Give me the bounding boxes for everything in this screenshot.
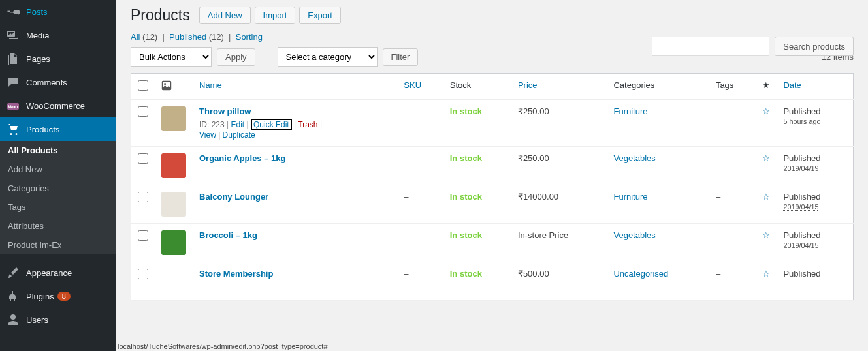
price-cell: ₹14000.00: [511, 185, 607, 224]
tags-cell: –: [709, 147, 756, 185]
sidebar-item-label: Users: [26, 315, 48, 325]
featured-star-icon[interactable]: ☆: [762, 192, 770, 202]
featured-star-icon[interactable]: ☆: [762, 106, 770, 116]
name-column[interactable]: Name: [193, 74, 397, 100]
product-thumbnail[interactable]: [161, 269, 186, 294]
category-link[interactable]: Furniture: [613, 192, 647, 202]
row-checkbox[interactable]: [138, 192, 148, 202]
user-icon: [7, 313, 20, 326]
row-checkbox[interactable]: [138, 153, 148, 164]
price-column[interactable]: Price: [511, 74, 607, 100]
status-bar-url: localhost/TucheSoftwares/wp-admin/edit.p…: [116, 342, 329, 351]
sku-column[interactable]: SKU: [397, 74, 443, 100]
filter-all[interactable]: All (12): [131, 32, 157, 42]
sidebar-item-label: Product Im-Ex: [8, 240, 61, 250]
table-row: Store Membership – In stock ₹500.00 Unca…: [131, 262, 854, 301]
row-checkbox[interactable]: [138, 230, 148, 241]
product-thumbnail[interactable]: [161, 192, 186, 217]
product-name-link[interactable]: Balcony Lounger: [199, 192, 268, 202]
category-link[interactable]: Vegetables: [613, 230, 655, 240]
add-new-button[interactable]: Add New: [199, 7, 251, 24]
featured-star-icon[interactable]: ☆: [762, 153, 770, 163]
apply-button[interactable]: Apply: [217, 48, 255, 66]
product-name-link[interactable]: Throw pillow: [199, 106, 251, 116]
product-thumbnail[interactable]: [161, 153, 186, 178]
sidebar-item-posts[interactable]: Posts: [0, 0, 116, 23]
bulk-actions-select[interactable]: Bulk Actions: [131, 47, 212, 67]
price-cell: In-store Price: [511, 224, 607, 262]
featured-star-icon[interactable]: ☆: [762, 230, 770, 240]
featured-star-icon[interactable]: ☆: [762, 269, 770, 279]
trash-link[interactable]: Trash: [298, 120, 317, 129]
price-cell: ₹500.00: [511, 262, 607, 301]
admin-sidebar: PostsMediaPagesCommentsWooWooCommercePro…: [0, 0, 116, 351]
sku-cell: –: [397, 262, 443, 301]
edit-link[interactable]: Edit: [231, 120, 245, 129]
sidebar-item-label: Comments: [26, 78, 67, 87]
product-thumbnail[interactable]: [161, 106, 186, 131]
filter-button[interactable]: Filter: [383, 48, 419, 66]
view-link[interactable]: View: [199, 130, 216, 140]
thumbnail-column: [155, 74, 193, 100]
date-column[interactable]: Date: [777, 74, 853, 100]
sidebar-item-plugins[interactable]: Plugins8: [0, 284, 116, 308]
submenu-item-tags[interactable]: Tags: [0, 198, 116, 217]
svg-point-2: [10, 314, 16, 320]
category-link[interactable]: Furniture: [613, 106, 647, 116]
table-row: Organic Apples – 1kg – In stock ₹250.00 …: [131, 147, 854, 185]
tags-column: Tags: [709, 74, 756, 100]
search-input[interactable]: [652, 37, 769, 56]
submenu-item-add-new[interactable]: Add New: [0, 160, 116, 179]
sidebar-item-label: Categories: [8, 183, 49, 193]
sidebar-item-media[interactable]: Media: [0, 23, 116, 47]
search-products-button[interactable]: Search products: [775, 37, 854, 56]
woo-icon: Woo: [7, 99, 20, 112]
submenu-item-attributes[interactable]: Attributes: [0, 217, 116, 236]
sidebar-item-comments[interactable]: Comments: [0, 70, 116, 94]
filter-sorting[interactable]: Sorting: [236, 32, 263, 42]
submenu-item-all-products[interactable]: All Products: [0, 141, 116, 160]
sku-cell: –: [397, 147, 443, 185]
table-row: Throw pillow ID: 223 | Edit | Quick Edit…: [131, 100, 854, 147]
date-cell: Published5 hours ago: [777, 100, 853, 147]
categories-column: Categories: [607, 74, 709, 100]
svg-point-4: [164, 83, 166, 85]
featured-column: ★: [756, 74, 777, 100]
price-cell: ₹250.00: [511, 147, 607, 185]
tags-cell: –: [709, 185, 756, 224]
sku-cell: –: [397, 100, 443, 147]
sidebar-item-users[interactable]: Users: [0, 308, 116, 331]
product-name-link[interactable]: Store Membership: [199, 269, 273, 279]
submenu-item-categories[interactable]: Categories: [0, 179, 116, 198]
category-select[interactable]: Select a category: [278, 47, 378, 67]
row-checkbox[interactable]: [138, 106, 148, 117]
product-name-link[interactable]: Broccoli – 1kg: [199, 230, 257, 240]
sidebar-item-label: Tags: [8, 202, 25, 212]
import-button[interactable]: Import: [255, 7, 296, 24]
sidebar-item-products[interactable]: Products: [0, 117, 116, 141]
stock-status: In stock: [450, 192, 482, 202]
table-row: Broccoli – 1kg – In stock In-store Price…: [131, 224, 854, 262]
tags-cell: –: [709, 100, 756, 147]
products-table: Name SKU Stock Price Categories Tags ★ D…: [131, 73, 854, 301]
date-cell: Published2019/04/15: [777, 185, 853, 224]
product-thumbnail[interactable]: [161, 230, 186, 255]
submenu-item-product-im-ex[interactable]: Product Im-Ex: [0, 236, 116, 254]
filter-published[interactable]: Published (12): [169, 32, 224, 42]
sidebar-item-pages[interactable]: Pages: [0, 47, 116, 70]
quick-edit-link[interactable]: Quick Edit: [253, 120, 289, 129]
export-button[interactable]: Export: [299, 7, 341, 24]
sidebar-item-woocommerce[interactable]: WooWooCommerce: [0, 94, 116, 117]
select-all-checkbox[interactable]: [138, 80, 148, 91]
main-content: Products Add New Import Export Search pr…: [116, 0, 868, 351]
svg-text:Woo: Woo: [8, 104, 18, 109]
sidebar-item-appearance[interactable]: Appearance: [0, 261, 116, 284]
product-name-link[interactable]: Organic Apples – 1kg: [199, 153, 285, 163]
brush-icon: [7, 266, 20, 279]
sidebar-item-label: Add New: [8, 164, 42, 174]
duplicate-link[interactable]: Duplicate: [223, 130, 255, 140]
row-checkbox[interactable]: [138, 269, 148, 279]
category-link[interactable]: Vegetables: [613, 153, 655, 163]
comment-icon: [7, 76, 20, 89]
category-link[interactable]: Uncategorised: [613, 269, 668, 279]
